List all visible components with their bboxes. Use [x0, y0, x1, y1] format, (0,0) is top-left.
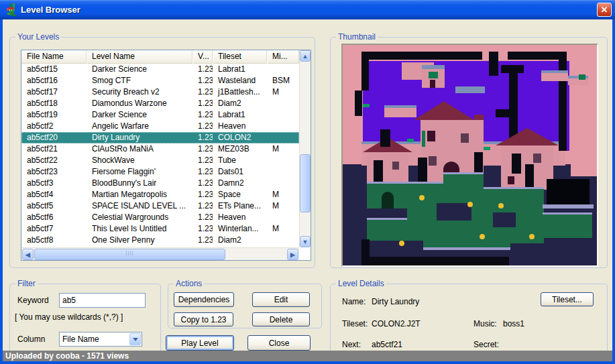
- keyword-input[interactable]: [59, 293, 146, 308]
- table-cell: 1.23: [192, 178, 213, 189]
- secret-label: Secret:: [473, 340, 499, 349]
- table-cell: [267, 98, 299, 109]
- table-cell: Winterlan...: [213, 223, 267, 235]
- combobox-dropdown-button[interactable]: [129, 333, 141, 345]
- app-icon-jazz-rabbit: [4, 3, 17, 17]
- column-label: Column: [17, 335, 45, 344]
- table-cell: ab5ctf3: [21, 178, 87, 189]
- table-cell: Smog CTF: [87, 75, 192, 86]
- table-cell: [267, 235, 299, 246]
- table-cell: [267, 132, 299, 143]
- table-row[interactable]: ab5ctf15Darker Science1.23Labrat1: [21, 64, 299, 75]
- table-cell: 1.23: [192, 121, 213, 132]
- tileset-button[interactable]: Tileset...: [541, 292, 594, 306]
- dependencies-button[interactable]: Dependencies: [174, 292, 234, 307]
- table-row[interactable]: ab5ctf6Celestial Wargrounds1.23Heaven: [21, 212, 299, 223]
- table-row[interactable]: ab5ctf17Security Breach v21.23j1Battlesh…: [21, 86, 299, 98]
- table-cell: 1.23: [192, 75, 213, 86]
- table-row[interactable]: ab5ctf3BloodBunny's Lair1.23Damn2: [21, 178, 299, 189]
- table-row[interactable]: ab5ctf8One Silver Penny1.23Diam2: [21, 235, 299, 246]
- table-cell: ShockWave: [87, 155, 192, 166]
- table-cell: Labrat1: [213, 109, 267, 121]
- table-cell: ab5ctf4: [21, 189, 87, 200]
- table-cell: 1.23: [192, 143, 213, 155]
- table-cell: [267, 212, 299, 223]
- table-cell: M: [267, 223, 299, 235]
- table-cell: SPACE ISLAND LEVEL ...: [87, 200, 192, 212]
- play-level-button[interactable]: Play Level: [166, 335, 234, 351]
- table-row[interactable]: ab5ctf2Angelic Warfare1.23Heaven: [21, 121, 299, 132]
- column-header-4[interactable]: Mi...: [267, 50, 299, 64]
- close-button[interactable]: Close: [247, 335, 311, 351]
- level-browser-window: Level Browser ✕ Your Levels File NameLev…: [0, 0, 615, 364]
- actions-legend: Actions: [174, 279, 204, 288]
- vertical-scrollbar[interactable]: ▲ ▼: [299, 50, 311, 247]
- dialog-content: Your Levels File NameLevel NameV...Tiles…: [3, 19, 612, 361]
- table-cell: ab5ctf17: [21, 86, 87, 98]
- table-cell: Darker Science: [87, 109, 192, 121]
- table-cell: j1Battlesh...: [213, 86, 267, 98]
- wildcards-hint: [ You may use wildcards (*,?) ]: [15, 312, 123, 322]
- column-header-1[interactable]: Level Name: [87, 50, 192, 64]
- table-cell: Diamondus Warzone: [87, 98, 192, 109]
- table-cell: ab5ctf20: [21, 132, 87, 143]
- scroll-right-button[interactable]: ▶: [287, 249, 298, 260]
- table-cell: 1.23: [192, 166, 213, 178]
- table-cell: Security Breach v2: [87, 86, 192, 98]
- table-cell: M: [267, 189, 299, 200]
- table-row[interactable]: ab5ctf20Dirty Laundry1.23COLON2: [21, 132, 299, 143]
- name-label: Name:: [342, 297, 366, 306]
- scroll-up-button[interactable]: ▲: [300, 50, 311, 62]
- table-cell: ClAuStRo MaNiA: [87, 143, 192, 155]
- table-cell: ab5ctf23: [21, 166, 87, 178]
- scroll-down-button[interactable]: ▼: [300, 236, 311, 247]
- column-header-2[interactable]: V...: [192, 50, 213, 64]
- column-header-3[interactable]: Tileset: [213, 50, 267, 64]
- table-row[interactable]: ab5ctf18Diamondus Warzone1.23Diam2: [21, 98, 299, 109]
- tileset-label: Tileset:: [342, 319, 368, 328]
- table-cell: [267, 121, 299, 132]
- scroll-left-button[interactable]: ◀: [22, 249, 34, 260]
- levels-list[interactable]: File NameLevel NameV...TilesetMi... ab5c…: [21, 50, 311, 261]
- table-cell: 1.23: [192, 109, 213, 121]
- music-value: boss1: [503, 319, 524, 328]
- list-header: File NameLevel NameV...TilesetMi...: [21, 50, 299, 64]
- vertical-scroll-thumb[interactable]: [300, 154, 311, 213]
- table-cell: 1.23: [192, 212, 213, 223]
- status-bar: Uploaded by cooba - 1571 views: [3, 351, 612, 361]
- table-cell: [267, 178, 299, 189]
- table-row[interactable]: ab5ctf4Martian Megatropolis1.23SpaceM: [21, 189, 299, 200]
- table-cell: [267, 155, 299, 166]
- table-cell: ab5ctf5: [21, 200, 87, 212]
- table-row[interactable]: ab5ctf22ShockWave1.23Tube: [21, 155, 299, 166]
- table-cell: 1.23: [192, 189, 213, 200]
- table-cell: [267, 64, 299, 75]
- close-window-button[interactable]: ✕: [597, 3, 612, 17]
- table-cell: Darker Science: [87, 64, 192, 75]
- level-details-legend: Level Details: [336, 279, 386, 288]
- table-cell: One Silver Penny: [87, 235, 192, 246]
- table-row[interactable]: ab5ctf16Smog CTF1.23WastelandBSM: [21, 75, 299, 86]
- title-bar[interactable]: Level Browser ✕: [0, 0, 615, 19]
- table-cell: ETs Plane...: [213, 200, 267, 212]
- delete-button[interactable]: Delete: [252, 312, 310, 326]
- horizontal-scrollbar[interactable]: ◀ |||| ▶: [21, 247, 299, 260]
- table-cell: Tube: [213, 155, 267, 166]
- copy-to-123-button[interactable]: Copy to 1.23: [174, 312, 233, 326]
- table-cell: 1.23: [192, 98, 213, 109]
- table-cell: [267, 166, 299, 178]
- tileset-value: COLON2.J2T: [372, 319, 421, 328]
- horizontal-scroll-thumb[interactable]: ||||: [34, 249, 225, 260]
- table-row[interactable]: ab5ctf21ClAuStRo MaNiA1.23MEZ03BM: [21, 143, 299, 155]
- column-combobox[interactable]: File Name: [59, 332, 142, 347]
- table-row[interactable]: ab5ctf23Fiersome Flaggin'1.23Dats01: [21, 166, 299, 178]
- table-cell: Angelic Warfare: [87, 121, 192, 132]
- table-row[interactable]: ab5ctf5SPACE ISLAND LEVEL ...1.23ETs Pla…: [21, 200, 299, 212]
- edit-button[interactable]: Edit: [252, 292, 310, 307]
- your-levels-group: Your Levels File NameLevel NameV...Tiles…: [9, 37, 315, 268]
- table-cell: 1.23: [192, 132, 213, 143]
- table-row[interactable]: ab5ctf19Darker Science1.23Labrat1: [21, 109, 299, 121]
- table-cell: 1.23: [192, 200, 213, 212]
- column-header-0[interactable]: File Name: [21, 50, 87, 64]
- table-row[interactable]: ab5ctf7This Level Is Untitled1.23Winterl…: [21, 223, 299, 235]
